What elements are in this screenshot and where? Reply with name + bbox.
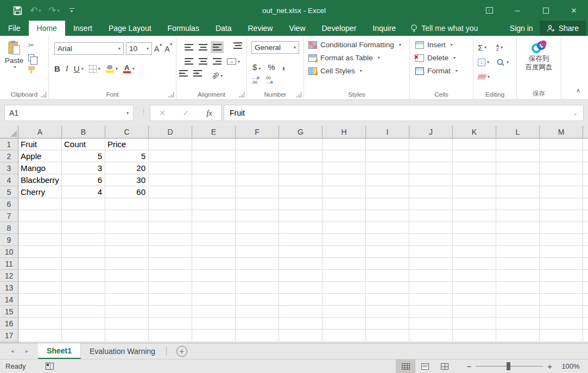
cell-I13[interactable]: [366, 282, 409, 294]
cell-C8[interactable]: [105, 222, 149, 234]
cell-E11[interactable]: [192, 258, 236, 270]
cell-A14[interactable]: [18, 294, 62, 306]
cell-K14[interactable]: [453, 294, 496, 306]
column-header-F[interactable]: F: [236, 126, 279, 138]
cell-H6[interactable]: [323, 198, 366, 210]
cell-J11[interactable]: [409, 258, 453, 270]
format-cells-button[interactable]: Format▾: [415, 67, 458, 75]
cell-L14[interactable]: [496, 294, 540, 306]
cell-E6[interactable]: [192, 198, 236, 210]
cell-F14[interactable]: [236, 294, 279, 306]
number-dialog-launcher[interactable]: [296, 92, 301, 97]
cell-H13[interactable]: [323, 282, 366, 294]
cell-D7[interactable]: [149, 210, 192, 222]
column-header-K[interactable]: K: [453, 126, 496, 138]
cell-C14[interactable]: [105, 294, 149, 306]
row-header-7[interactable]: 7: [0, 210, 18, 222]
cell-F3[interactable]: [236, 162, 279, 174]
cell-A11[interactable]: [18, 258, 62, 270]
insert-function-button[interactable]: fx: [206, 109, 212, 118]
increase-indent-button[interactable]: ⇥: [197, 69, 210, 81]
cell-M11[interactable]: [540, 258, 583, 270]
cell-G17[interactable]: [279, 330, 323, 342]
cell-M3[interactable]: [540, 162, 583, 174]
row-header-10[interactable]: 10: [0, 246, 18, 258]
cell-M9[interactable]: [540, 234, 583, 246]
font-name-combo[interactable]: Arial ▾: [54, 42, 124, 55]
cell-K5[interactable]: [453, 186, 496, 198]
cell-C9[interactable]: [105, 234, 149, 246]
cell-A12[interactable]: [18, 270, 62, 282]
tab-file[interactable]: File: [0, 21, 29, 36]
cell-L8[interactable]: [496, 222, 540, 234]
cell-F16[interactable]: [236, 318, 279, 330]
cell-E17[interactable]: [192, 330, 236, 342]
cell-G6[interactable]: [279, 198, 323, 210]
clear-button[interactable]: ▾: [478, 74, 496, 80]
cell-F10[interactable]: [236, 246, 279, 258]
cell-K17[interactable]: [453, 330, 496, 342]
cell-C13[interactable]: [105, 282, 149, 294]
cell-B16[interactable]: [62, 318, 105, 330]
cell-partial-15[interactable]: [583, 306, 588, 318]
cell-J6[interactable]: [409, 198, 453, 210]
bottom-align-button[interactable]: [211, 41, 224, 53]
tab-formulas[interactable]: Formulas: [160, 21, 207, 36]
cell-J7[interactable]: [409, 210, 453, 222]
cell-M10[interactable]: [540, 246, 583, 258]
cell-I14[interactable]: [366, 294, 409, 306]
cell-E9[interactable]: [192, 234, 236, 246]
cell-J12[interactable]: [409, 270, 453, 282]
cell-partial-10[interactable]: [583, 246, 588, 258]
cell-I9[interactable]: [366, 234, 409, 246]
number-format-combo[interactable]: General ▾: [251, 41, 299, 54]
cell-partial-4[interactable]: [583, 174, 588, 186]
cell-partial-16[interactable]: [583, 318, 588, 330]
cell-B15[interactable]: [62, 306, 105, 318]
cell-K7[interactable]: [453, 210, 496, 222]
cell-A9[interactable]: [18, 234, 62, 246]
cell-G7[interactable]: [279, 210, 323, 222]
undo-caret-icon[interactable]: ▾: [39, 8, 41, 13]
percent-button[interactable]: %: [268, 62, 275, 72]
cell-F4[interactable]: [236, 174, 279, 186]
cell-partial-14[interactable]: [583, 294, 588, 306]
autosum-button[interactable]: Σ▾: [478, 43, 496, 52]
wrap-text-button[interactable]: ↩: [227, 41, 240, 53]
cell-H2[interactable]: [323, 150, 366, 162]
column-header-J[interactable]: J: [409, 126, 453, 138]
cell-C2[interactable]: 5: [105, 150, 149, 162]
cell-H1[interactable]: [323, 138, 366, 150]
cell-F17[interactable]: [236, 330, 279, 342]
align-right-button[interactable]: [211, 55, 224, 67]
cell-J16[interactable]: [409, 318, 453, 330]
cell-H7[interactable]: [323, 210, 366, 222]
cell-J14[interactable]: [409, 294, 453, 306]
row-header-11[interactable]: 11: [0, 258, 18, 270]
column-header-D[interactable]: D: [149, 126, 192, 138]
cell-J8[interactable]: [409, 222, 453, 234]
cell-A15[interactable]: [18, 306, 62, 318]
fill-color-button[interactable]: ▾: [106, 65, 118, 73]
cell-E5[interactable]: [192, 186, 236, 198]
decrease-font-size-button[interactable]: A▼: [165, 45, 173, 53]
merge-center-button[interactable]: ↔▾: [227, 55, 240, 67]
increase-decimal-button[interactable]: ←.0.00: [251, 76, 260, 85]
comma-style-button[interactable]: ,: [282, 60, 285, 72]
cell-J9[interactable]: [409, 234, 453, 246]
cell-M6[interactable]: [540, 198, 583, 210]
cell-F1[interactable]: [236, 138, 279, 150]
cell-D16[interactable]: [149, 318, 192, 330]
tab-inquire[interactable]: Inquire: [364, 21, 404, 36]
cell-C7[interactable]: [105, 210, 149, 222]
cell-G10[interactable]: [279, 246, 323, 258]
cell-M7[interactable]: [540, 210, 583, 222]
cell-L7[interactable]: [496, 210, 540, 222]
cell-E13[interactable]: [192, 282, 236, 294]
cell-D4[interactable]: [149, 174, 192, 186]
cell-A3[interactable]: Mango: [18, 162, 62, 174]
share-button[interactable]: Share: [540, 21, 586, 36]
cell-J5[interactable]: [409, 186, 453, 198]
paste-button[interactable]: Paste ▾: [3, 40, 25, 69]
cell-E7[interactable]: [192, 210, 236, 222]
